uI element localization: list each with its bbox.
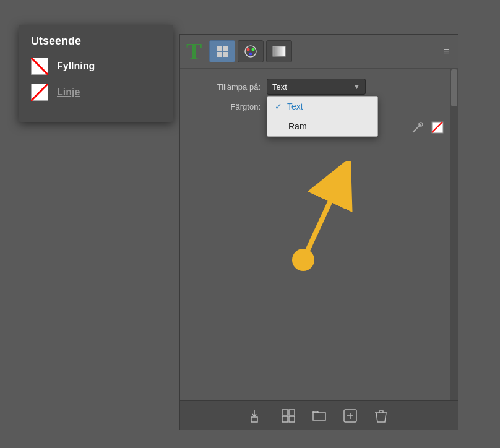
folder-icon	[312, 408, 327, 423]
svg-rect-5	[223, 46, 228, 51]
gradient-button[interactable]	[266, 40, 292, 62]
fargton-label: Färgton:	[192, 102, 261, 111]
scrollbar-thumb[interactable]	[451, 69, 457, 106]
svg-rect-23	[282, 410, 288, 415]
svg-point-9	[247, 48, 250, 51]
dropdown-option-text[interactable]: ✓ Text	[267, 97, 377, 116]
svg-rect-6	[217, 52, 222, 57]
fyllning-swatch-icon	[31, 58, 48, 75]
main-panel: T	[179, 34, 458, 430]
color-picker-button[interactable]	[238, 40, 264, 62]
dropdown-option-ram[interactable]: Ram	[267, 116, 377, 136]
content-area: Tillämpa på: Text ▼ ✓ Text Ram	[180, 69, 458, 146]
grid-bottom-button[interactable]	[279, 407, 298, 425]
trash-icon	[374, 408, 389, 423]
chevron-down-icon: ▼	[353, 83, 360, 90]
linje-row: Linje	[31, 84, 161, 101]
swatch-tools	[410, 119, 446, 136]
fyllning-row: Fyllning	[31, 58, 161, 75]
swatch-color-icon[interactable]	[429, 119, 446, 136]
eyedropper-icon	[412, 121, 424, 134]
tillampa-dropdown-menu: ✓ Text Ram	[267, 96, 378, 137]
grid-bottom-icon	[281, 408, 296, 423]
grid-view-button[interactable]	[209, 40, 235, 62]
bottom-toolbar	[180, 400, 458, 430]
tillampa-row: Tillämpa på: Text ▼ ✓ Text Ram	[192, 79, 446, 95]
dropdown-selected-value: Text	[272, 82, 287, 92]
grid-icon	[215, 45, 229, 58]
checkmark-icon: ✓	[275, 101, 282, 111]
tillampa-dropdown[interactable]: Text ▼	[267, 79, 366, 95]
svg-rect-4	[217, 46, 222, 51]
svg-point-11	[249, 53, 252, 56]
import-icon	[250, 408, 265, 423]
svg-point-10	[252, 48, 255, 51]
slash-swatch-icon	[431, 121, 444, 134]
delete-button[interactable]	[372, 407, 390, 425]
linje-swatch-icon	[31, 84, 48, 101]
add-icon	[343, 408, 358, 423]
option-ram-label: Ram	[288, 121, 307, 131]
svg-rect-21	[251, 417, 257, 422]
toolbar: T	[180, 35, 458, 69]
svg-rect-25	[282, 416, 288, 422]
utseende-title: Utseende	[31, 35, 161, 48]
fyllning-label: Fyllning	[57, 61, 95, 72]
eyedropper-tool-button[interactable]	[410, 119, 426, 136]
svg-rect-24	[289, 410, 295, 415]
option-text-label: Text	[287, 101, 303, 111]
add-button[interactable]	[341, 407, 360, 425]
tillampa-dropdown-wrapper: Text ▼ ✓ Text Ram	[267, 79, 366, 95]
svg-rect-12	[273, 46, 285, 56]
tillampa-label: Tillämpa på:	[192, 82, 261, 92]
svg-line-16	[413, 131, 415, 132]
import-button[interactable]	[248, 407, 267, 425]
svg-rect-26	[289, 416, 295, 422]
panel-menu-button[interactable]: ≡	[441, 43, 452, 59]
palette-icon	[244, 45, 257, 58]
folder-button[interactable]	[310, 407, 329, 425]
linje-label: Linje	[57, 87, 80, 98]
text-tool-icon[interactable]: T	[186, 40, 202, 63]
scrollbar[interactable]	[450, 69, 458, 400]
svg-rect-7	[223, 52, 228, 57]
gradient-icon	[272, 46, 286, 57]
utseende-popup: Utseende Fyllning Linje	[19, 25, 173, 122]
